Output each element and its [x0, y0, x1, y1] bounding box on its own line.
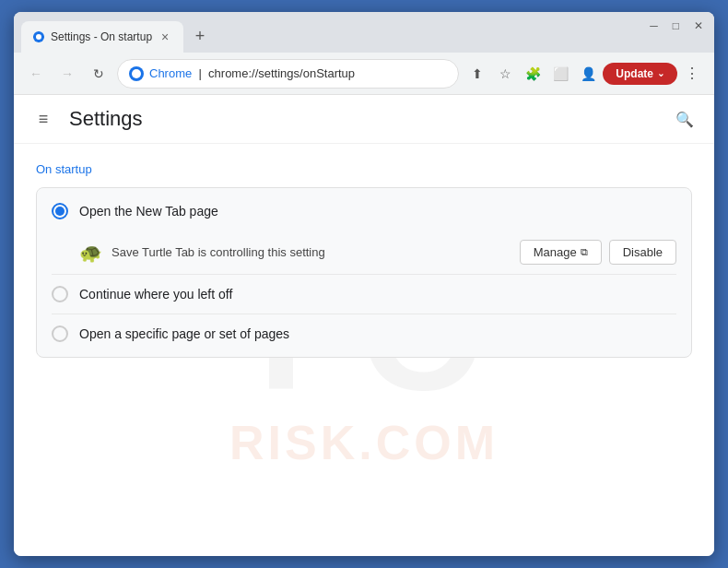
tab-title: Settings - On startup	[51, 30, 152, 43]
reload-button[interactable]: ↻	[86, 61, 112, 87]
bookmark-button[interactable]: ☆	[492, 61, 518, 87]
option-new-tab[interactable]: Open the New Tab page	[37, 192, 691, 231]
radio-continue[interactable]	[52, 286, 68, 302]
settings-header: ≡ Settings 🔍	[14, 95, 714, 144]
tab-favicon	[32, 30, 45, 43]
disable-button[interactable]: Disable	[609, 240, 676, 265]
maximize-button[interactable]: □	[673, 19, 679, 32]
radio-new-tab[interactable]	[52, 203, 68, 219]
chrome-menu-button[interactable]: ⋮	[679, 61, 705, 87]
option-specific[interactable]: Open a specific page or set of pages	[37, 314, 691, 353]
settings-container: ≡ Settings 🔍 PC RISK.COM On startup Open…	[14, 95, 714, 556]
back-button[interactable]: ←	[23, 61, 49, 87]
address-bar[interactable]: Chrome | chrome://settings/onStartup	[117, 59, 459, 89]
minimize-button[interactable]: ─	[650, 19, 658, 32]
turtle-icon: 🐢	[79, 242, 102, 264]
section-label: On startup	[36, 162, 692, 176]
active-tab[interactable]: Settings - On startup ×	[21, 21, 183, 53]
tab-area: Settings - On startup × +	[21, 21, 707, 53]
option-continue[interactable]: Continue where you left off	[37, 275, 691, 314]
profile-button[interactable]: 👤	[575, 61, 601, 87]
settings-search-button[interactable]: 🔍	[670, 104, 699, 134]
extension-text: Save Turtle Tab is controlling this sett…	[112, 245, 511, 259]
option-new-tab-label: Open the New Tab page	[79, 204, 218, 219]
extension-row: 🐢 Save Turtle Tab is controlling this se…	[37, 231, 691, 274]
hamburger-menu-button[interactable]: ≡	[29, 104, 58, 134]
title-bar: Settings - On startup × + ─ □ ✕	[14, 12, 714, 53]
tab-close-btn[interactable]: ×	[158, 30, 172, 44]
option-specific-label: Open a specific page or set of pages	[79, 326, 289, 341]
radio-specific[interactable]	[52, 325, 68, 342]
close-button[interactable]: ✕	[694, 19, 703, 32]
toolbar: ← → ↻ Chrome | chrome://settings/onStart…	[14, 53, 714, 95]
share-button[interactable]: ⬆	[464, 61, 490, 87]
svg-point-1	[36, 34, 41, 40]
search-icon: 🔍	[675, 111, 694, 128]
site-icon	[129, 66, 144, 81]
toolbar-actions: ⬆ ☆ 🧩 ⬜ 👤 Update ⌄ ⋮	[464, 61, 705, 87]
manage-button[interactable]: Manage ⧉	[520, 240, 602, 265]
forward-button[interactable]: →	[54, 61, 80, 87]
option-continue-label: Continue where you left off	[79, 287, 232, 302]
watermark-risk: RISK.COM	[229, 415, 499, 470]
page-title: Settings	[69, 107, 143, 131]
settings-content: PC RISK.COM On startup Open the New Tab …	[14, 144, 714, 556]
external-link-icon: ⧉	[581, 246, 588, 258]
tab-search-button[interactable]: ⬜	[547, 61, 573, 87]
extensions-button[interactable]: 🧩	[520, 61, 546, 87]
browser-window: Settings - On startup × + ─ □ ✕ ← → ↻ Ch…	[14, 12, 714, 556]
startup-options-card: Open the New Tab page 🐢 Save Turtle Tab …	[36, 187, 692, 358]
address-text: Chrome | chrome://settings/onStartup	[149, 66, 447, 80]
new-tab-button[interactable]: +	[187, 23, 213, 49]
update-button[interactable]: Update ⌄	[603, 63, 677, 85]
extension-actions: Manage ⧉ Disable	[520, 240, 676, 265]
window-controls: ─ □ ✕	[650, 19, 703, 32]
